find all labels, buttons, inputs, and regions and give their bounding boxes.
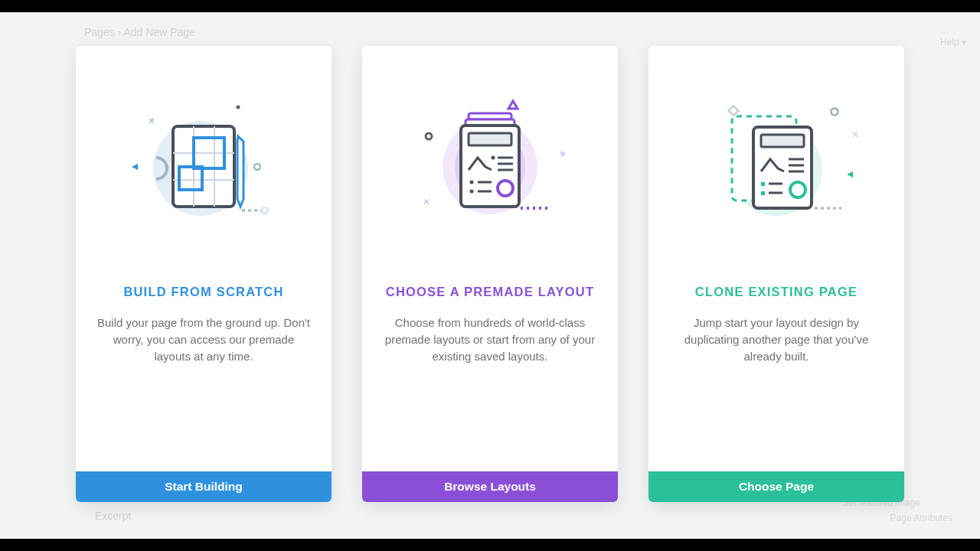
svg-marker-48 (847, 171, 853, 178)
svg-rect-37 (761, 135, 804, 147)
clone-illustration: ✕ (648, 46, 904, 276)
bg-breadcrumb: Pages › Add New Page (84, 26, 195, 38)
svg-rect-46 (729, 106, 739, 116)
choose-page-button[interactable]: Choose Page (648, 471, 904, 502)
premade-illustration: ✕ (362, 46, 618, 276)
svg-rect-19 (469, 133, 511, 145)
svg-text:✕: ✕ (851, 129, 859, 140)
svg-point-8 (237, 106, 240, 109)
svg-text:✕: ✕ (148, 116, 155, 126)
scratch-illustration: ✕ (76, 46, 332, 276)
premade-description: Choose from hundreds of world-class prem… (362, 315, 618, 364)
svg-text:✕: ✕ (423, 197, 430, 207)
card-clone-page: ✕ Clone Existing Page Jump start your la… (648, 46, 904, 502)
browse-layouts-button[interactable]: Browse Layouts (362, 471, 618, 502)
scratch-description: Build your page from the ground up. Don'… (76, 315, 332, 364)
svg-marker-29 (508, 101, 518, 109)
option-cards-row: ✕ Build From Scratch Build your page fro… (0, 46, 980, 522)
svg-point-12 (262, 207, 268, 214)
clone-description: Jump start your layout design by duplica… (648, 315, 904, 364)
svg-rect-43 (761, 191, 765, 195)
premade-title: Choose A Premade Layout (386, 285, 594, 299)
clone-title: Clone Existing Page (695, 285, 858, 299)
svg-point-11 (254, 164, 260, 170)
svg-marker-10 (132, 164, 138, 170)
svg-point-47 (831, 109, 838, 116)
premade-icon: ✕ (398, 84, 582, 237)
clone-icon: ✕ (684, 84, 868, 237)
start-building-button[interactable]: Start Building (76, 471, 332, 502)
svg-point-20 (492, 156, 495, 160)
scratch-icon: ✕ (112, 84, 296, 237)
scratch-title: Build From Scratch (123, 285, 283, 299)
card-premade-layout: ✕ Choose A Premade Layout Choose from hu… (362, 46, 618, 502)
svg-marker-31 (557, 148, 566, 157)
card-build-from-scratch: ✕ Build From Scratch Build your page fro… (76, 46, 332, 502)
svg-point-24 (470, 181, 474, 184)
svg-rect-41 (761, 182, 765, 186)
svg-point-30 (426, 133, 432, 139)
svg-point-26 (470, 190, 474, 194)
